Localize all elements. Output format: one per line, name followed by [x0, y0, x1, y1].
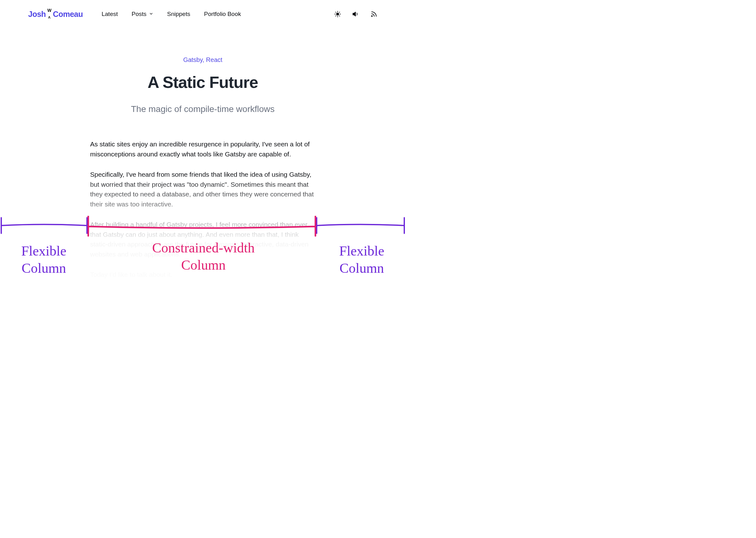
svg-marker-9 — [353, 12, 356, 16]
svg-line-8 — [339, 12, 339, 13]
svg-point-0 — [336, 13, 339, 15]
nav-latest[interactable]: Latest — [102, 11, 118, 18]
svg-point-10 — [372, 16, 373, 17]
primary-nav: Latest Posts Snippets Portfolio Book — [102, 11, 241, 18]
svg-line-3 — [336, 12, 336, 13]
nav-snippets[interactable]: Snippets — [167, 11, 190, 18]
site-logo[interactable]: Josh W ʌ Comeau — [28, 10, 83, 19]
paragraph: After building a handful of Gatsby proje… — [90, 220, 316, 259]
nav-posts-label: Posts — [132, 11, 146, 18]
logo-first: Josh — [28, 10, 46, 19]
svg-line-7 — [336, 16, 336, 16]
article-categories[interactable]: Gatsby, React — [0, 56, 406, 64]
paragraph: As static sites enjoy an incredible resu… — [90, 139, 316, 159]
logo-last: Comeau — [53, 10, 83, 19]
rss-icon[interactable] — [371, 11, 378, 18]
nav-posts[interactable]: Posts — [132, 11, 153, 18]
sound-toggle-icon[interactable] — [352, 11, 359, 18]
article-body: As static sites enjoy an incredible resu… — [90, 139, 316, 280]
annotation-left-label: Flexible Column — [13, 242, 75, 277]
svg-line-4 — [339, 16, 339, 16]
paragraph: Specifically, I've heard from some frien… — [90, 170, 316, 209]
nav-portfolio-book[interactable]: Portfolio Book — [204, 11, 241, 18]
paragraph: Today I'd like to talk about it. — [90, 270, 316, 280]
logo-glyph: W ʌ — [47, 8, 51, 16]
annotation-right-label: Flexible Column — [330, 242, 393, 277]
theme-toggle-icon[interactable] — [334, 11, 341, 18]
article-subtitle: The magic of compile-time workflows — [0, 104, 406, 114]
article-title: A Static Future — [0, 73, 406, 92]
chevron-down-icon — [149, 11, 153, 18]
